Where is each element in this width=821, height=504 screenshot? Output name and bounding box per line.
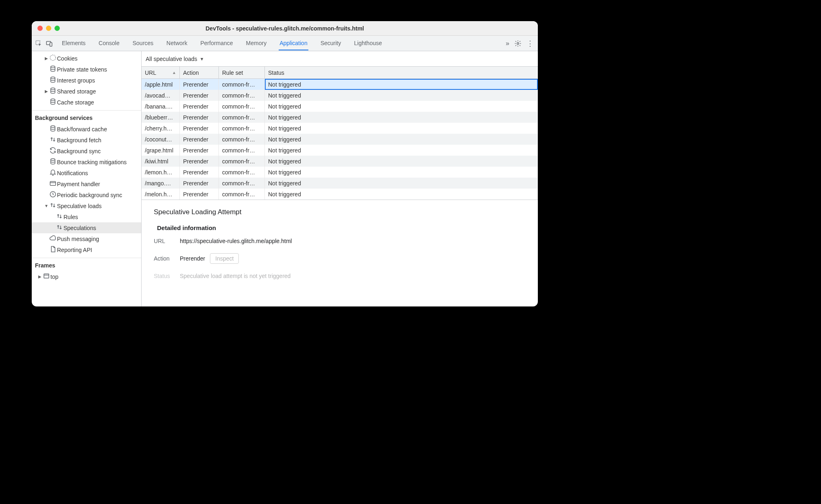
- sidebar-item-background-fetch[interactable]: Background fetch: [32, 135, 141, 146]
- cell-ruleset: common-fr…: [219, 123, 265, 134]
- cell-ruleset: common-fr…: [219, 90, 265, 101]
- sidebar-item-interest-groups[interactable]: Interest groups: [32, 75, 141, 86]
- sidebar-item-speculative-loads[interactable]: ▼Speculative loads: [32, 200, 141, 211]
- inspect-element-icon[interactable]: [35, 40, 42, 47]
- sidebar-item-reporting-api[interactable]: Reporting API: [32, 244, 141, 255]
- bell-icon: [49, 169, 57, 177]
- table-row[interactable]: /cherry.h…Prerendercommon-fr…Not trigger…: [142, 123, 538, 134]
- sidebar-item-label: Shared storage: [57, 88, 96, 95]
- sidebar-section-background-services: Background services: [32, 111, 141, 124]
- table-row[interactable]: /melon.h…Prerendercommon-fr…Not triggere…: [142, 189, 538, 200]
- sync-icon: [49, 147, 57, 155]
- tab-security[interactable]: Security: [320, 36, 342, 50]
- cell-action: Prerender: [180, 123, 219, 134]
- tab-performance[interactable]: Performance: [199, 36, 234, 50]
- svg-point-5: [51, 66, 55, 68]
- column-status[interactable]: Status: [265, 67, 538, 78]
- device-toolbar-icon[interactable]: [46, 40, 53, 47]
- sidebar-item-top[interactable]: ▶top: [32, 271, 141, 282]
- minimize-icon[interactable]: [46, 26, 51, 31]
- column-action[interactable]: Action: [180, 67, 219, 78]
- inspect-button[interactable]: Inspect: [210, 253, 239, 264]
- detail-status-value: Speculative load attempt is not yet trig…: [180, 273, 290, 279]
- table-row[interactable]: /banana.…Prerendercommon-fr…Not triggere…: [142, 101, 538, 112]
- cell-status: Not triggered: [265, 178, 538, 189]
- sidebar-item-cookies[interactable]: ▶Cookies: [32, 53, 141, 64]
- table-row[interactable]: /grape.htmlPrerendercommon-fr…Not trigge…: [142, 145, 538, 156]
- sidebar-item-rules[interactable]: Rules: [32, 211, 141, 222]
- tab-memory[interactable]: Memory: [245, 36, 268, 50]
- table-row[interactable]: /lemon.h…Prerendercommon-fr…Not triggere…: [142, 167, 538, 178]
- detail-action-label: Action: [154, 255, 180, 262]
- cell-url: /blueberr…: [142, 112, 180, 123]
- svg-rect-2: [50, 42, 52, 46]
- sidebar-item-notifications[interactable]: Notifications: [32, 167, 141, 178]
- sidebar-item-label: Cookies: [57, 55, 78, 62]
- sidebar-item-back-forward-cache[interactable]: Back/forward cache: [32, 124, 141, 135]
- cell-status: Not triggered: [265, 90, 538, 101]
- sidebar-item-periodic-background-sync[interactable]: Periodic background sync: [32, 189, 141, 200]
- sort-ascending-icon: ▲: [172, 70, 176, 75]
- detail-url-value: https://speculative-rules.glitch.me/appl…: [180, 238, 292, 244]
- sidebar-item-label: Periodic background sync: [57, 192, 122, 198]
- cell-status: Not triggered: [265, 112, 538, 123]
- cell-ruleset: common-fr…: [219, 134, 265, 145]
- sidebar-section-frames: Frames: [32, 258, 141, 271]
- tab-sources[interactable]: Sources: [132, 36, 154, 50]
- kebab-menu-icon[interactable]: ⋮: [526, 40, 534, 47]
- filter-label: All speculative loads: [146, 56, 197, 62]
- detail-url-label: URL: [154, 238, 180, 244]
- chevron-icon: ▶: [44, 56, 49, 61]
- svg-point-6: [51, 77, 55, 79]
- cell-ruleset: common-fr…: [219, 145, 265, 156]
- column-url[interactable]: URL ▲: [142, 67, 180, 78]
- close-icon[interactable]: [37, 26, 43, 31]
- sidebar-item-label: Notifications: [57, 170, 88, 176]
- chevron-icon: ▼: [44, 204, 49, 208]
- settings-icon[interactable]: [514, 40, 522, 47]
- filter-bar[interactable]: All speculative loads ▼: [142, 51, 538, 67]
- sidebar-item-bounce-tracking-mitigations[interactable]: Bounce tracking mitigations: [32, 156, 141, 167]
- dropdown-icon: ▼: [200, 56, 204, 61]
- sidebar-item-cache-storage[interactable]: Cache storage: [32, 97, 141, 108]
- sidebar-item-private-state-tokens[interactable]: Private state tokens: [32, 64, 141, 75]
- table-row[interactable]: /kiwi.htmlPrerendercommon-fr…Not trigger…: [142, 156, 538, 167]
- cell-url: /lemon.h…: [142, 167, 180, 178]
- cell-ruleset: common-fr…: [219, 101, 265, 112]
- cell-url: /grape.html: [142, 145, 180, 156]
- sidebar-item-speculations[interactable]: Speculations: [32, 222, 141, 233]
- cell-action: Prerender: [180, 178, 219, 189]
- cell-status: Not triggered: [265, 123, 538, 134]
- sidebar-item-label: Rules: [63, 214, 78, 220]
- tab-application[interactable]: Application: [279, 36, 308, 50]
- cell-status: Not triggered: [265, 101, 538, 112]
- maximize-icon[interactable]: [55, 26, 60, 31]
- table-row[interactable]: /blueberr…Prerendercommon-fr…Not trigger…: [142, 112, 538, 123]
- sidebar-item-label: Back/forward cache: [57, 126, 107, 133]
- more-tabs-icon[interactable]: »: [506, 40, 509, 47]
- column-ruleset[interactable]: Rule set: [219, 67, 265, 78]
- table-row[interactable]: /apple.htmlPrerendercommon-fr…Not trigge…: [142, 79, 538, 90]
- db-icon: [49, 158, 57, 166]
- sidebar-item-shared-storage[interactable]: ▶Shared storage: [32, 86, 141, 97]
- cloud-icon: [49, 235, 57, 243]
- tab-network[interactable]: Network: [166, 36, 188, 50]
- table-row[interactable]: /mango.…Prerendercommon-fr…Not triggered: [142, 178, 538, 189]
- tab-console[interactable]: Console: [98, 36, 120, 50]
- sidebar-item-payment-handler[interactable]: Payment handler: [32, 178, 141, 189]
- sidebar-item-label: Push messaging: [57, 236, 99, 242]
- table-row[interactable]: /coconut…Prerendercommon-fr…Not triggere…: [142, 134, 538, 145]
- table-row[interactable]: /avocad…Prerendercommon-fr…Not triggered: [142, 90, 538, 101]
- tab-lighthouse[interactable]: Lighthouse: [353, 36, 383, 50]
- sidebar-item-label: Background fetch: [57, 137, 101, 143]
- tab-elements[interactable]: Elements: [61, 36, 86, 50]
- sidebar-item-push-messaging[interactable]: Push messaging: [32, 233, 141, 244]
- detail-panel: Speculative Loading Attempt Detailed inf…: [142, 200, 538, 292]
- db-icon: [49, 76, 57, 85]
- sidebar-item-label: Interest groups: [57, 77, 95, 84]
- cell-url: /kiwi.html: [142, 156, 180, 167]
- titlebar: DevTools - speculative-rules.glitch.me/c…: [32, 21, 538, 36]
- sidebar-item-label: Speculations: [63, 225, 96, 231]
- cell-action: Prerender: [180, 156, 219, 167]
- sidebar-item-background-sync[interactable]: Background sync: [32, 146, 141, 156]
